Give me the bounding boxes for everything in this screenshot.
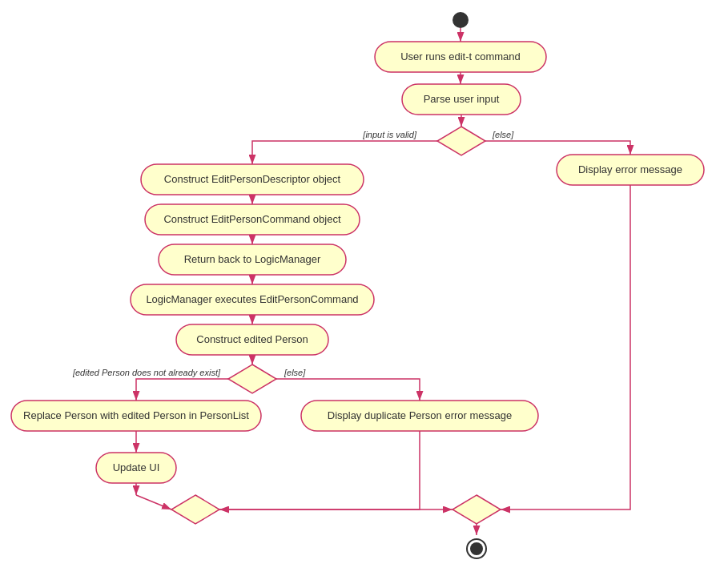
arrow-d2-n8 bbox=[136, 379, 228, 401]
diamond-2 bbox=[228, 364, 276, 393]
diamond-3 bbox=[171, 495, 219, 524]
label-construct-person: Construct edited Person bbox=[196, 333, 308, 345]
label-construct-descriptor: Construct EditPersonDescriptor object bbox=[164, 173, 341, 185]
guard-not-exist: [edited Person does not already exist] bbox=[72, 368, 221, 377]
label-replace-person: Replace Person with edited Person in Per… bbox=[23, 409, 249, 421]
guard-else-2: [else] bbox=[284, 368, 306, 377]
label-executes: LogicManager executes EditPersonCommand bbox=[146, 293, 358, 305]
label-construct-command: Construct EditPersonCommand object bbox=[163, 213, 340, 225]
label-error-message: Display error message bbox=[578, 163, 682, 175]
label-update-ui: Update UI bbox=[113, 461, 160, 473]
guard-input-valid: [input is valid] bbox=[362, 130, 417, 139]
diamond-1 bbox=[437, 127, 485, 155]
label-user-runs: User runs edit-t command bbox=[400, 50, 521, 62]
diagram-container: User runs edit-t command Parse user inpu… bbox=[0, 0, 724, 588]
label-parse: Parse user input bbox=[424, 93, 500, 105]
arrow-nerr1-d4 bbox=[501, 185, 630, 509]
label-return-logic: Return back to LogicManager bbox=[184, 253, 321, 265]
arrow-d1-nerr1 bbox=[485, 141, 630, 155]
arrow-nerr2-d3 bbox=[219, 431, 420, 509]
label-duplicate-error: Display duplicate Person error message bbox=[328, 409, 513, 421]
arrow-d1-n3 bbox=[252, 141, 437, 164]
arrow-updateui-d3 bbox=[136, 495, 171, 509]
diamond-4 bbox=[452, 495, 501, 524]
arrow-d2-nerr2 bbox=[276, 379, 420, 401]
end-node-inner bbox=[470, 542, 483, 555]
start-node bbox=[452, 12, 469, 28]
guard-else-1: [else] bbox=[492, 130, 514, 139]
